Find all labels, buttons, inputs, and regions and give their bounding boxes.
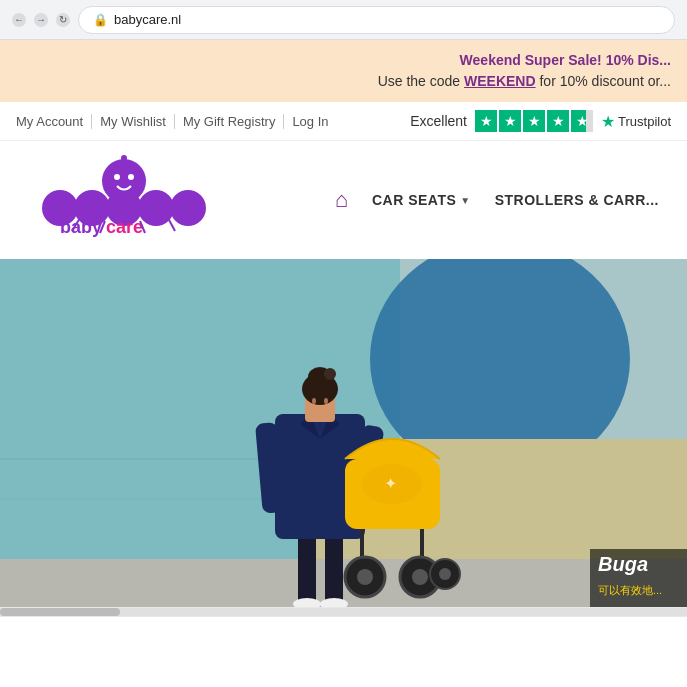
my-account-link[interactable]: My Account (16, 114, 92, 129)
svg-text:可以有效地...: 可以有效地... (598, 584, 662, 596)
logo-container[interactable]: baby care (20, 153, 220, 247)
strollers-nav-item[interactable]: STROLLERS & CARR... (487, 188, 667, 212)
top-nav: My Account My Wishlist My Gift Registry … (0, 102, 687, 141)
top-nav-links: My Account My Wishlist My Gift Registry … (16, 114, 337, 129)
svg-point-38 (312, 398, 316, 404)
trustpilot-widget: Excellent ★ ★ ★ ★ ★ ★ Trustpilot (410, 110, 671, 132)
trustpilot-excellent-label: Excellent (410, 113, 467, 129)
star-3: ★ (523, 110, 545, 132)
svg-point-37 (324, 368, 336, 380)
svg-point-39 (324, 398, 328, 404)
trustpilot-star-icon: ★ (601, 112, 615, 131)
url-text: babycare.nl (114, 12, 181, 27)
svg-text:✦: ✦ (384, 475, 397, 492)
star-5-half: ★ (571, 110, 593, 132)
address-bar[interactable]: 🔒 babycare.nl (78, 6, 675, 34)
car-seats-label: CAR SEATS (372, 192, 456, 208)
trustpilot-stars: ★ ★ ★ ★ ★ (475, 110, 593, 132)
star-1: ★ (475, 110, 497, 132)
main-header: baby care ⌂ CAR SEATS ▼ STROLLERS & CARR… (0, 141, 687, 259)
star-4: ★ (547, 110, 569, 132)
car-seats-chevron: ▼ (460, 195, 470, 206)
hero-section: ✦ Buga 可以有效地... (0, 259, 687, 607)
svg-point-9 (121, 155, 127, 161)
forward-button[interactable]: → (34, 13, 48, 27)
logo: baby care (20, 153, 220, 247)
trustpilot-logo: ★ Trustpilot (601, 112, 671, 131)
scrollbar-track (0, 608, 687, 616)
back-button[interactable]: ← (12, 13, 26, 27)
lock-icon: 🔒 (93, 13, 108, 27)
svg-text:care: care (106, 217, 143, 237)
svg-point-48 (357, 569, 373, 585)
svg-text:Buga: Buga (598, 553, 648, 575)
svg-point-49 (412, 569, 428, 585)
my-gift-registry-link[interactable]: My Gift Registry (175, 114, 284, 129)
trustpilot-logo-text: Trustpilot (618, 114, 671, 129)
star-2: ★ (499, 110, 521, 132)
svg-line-15 (168, 218, 175, 231)
my-wishlist-link[interactable]: My Wishlist (92, 114, 175, 129)
log-in-link[interactable]: Log In (284, 114, 336, 129)
scrollbar-thumb[interactable] (0, 608, 120, 616)
promo-line1: Weekend Super Sale! 10% Dis... (16, 50, 671, 71)
svg-point-6 (114, 174, 120, 180)
strollers-label: STROLLERS & CARR... (495, 192, 659, 208)
main-nav: ⌂ CAR SEATS ▼ STROLLERS & CARR... (327, 183, 667, 217)
home-icon[interactable]: ⌂ (327, 183, 356, 217)
scrollbar-hint[interactable] (0, 607, 687, 617)
svg-point-7 (128, 174, 134, 180)
promo-banner: Weekend Super Sale! 10% Dis... Use the c… (0, 40, 687, 102)
svg-point-4 (170, 190, 206, 226)
browser-chrome: ← → ↻ 🔒 babycare.nl (0, 0, 687, 40)
reload-button[interactable]: ↻ (56, 13, 70, 27)
svg-text:baby: baby (60, 217, 102, 237)
hero-image: ✦ Buga 可以有效地... (0, 259, 687, 607)
svg-point-51 (439, 568, 451, 580)
car-seats-nav-item[interactable]: CAR SEATS ▼ (364, 188, 479, 212)
promo-line2: Use the code WEEKEND for 10% discount or… (16, 71, 671, 92)
